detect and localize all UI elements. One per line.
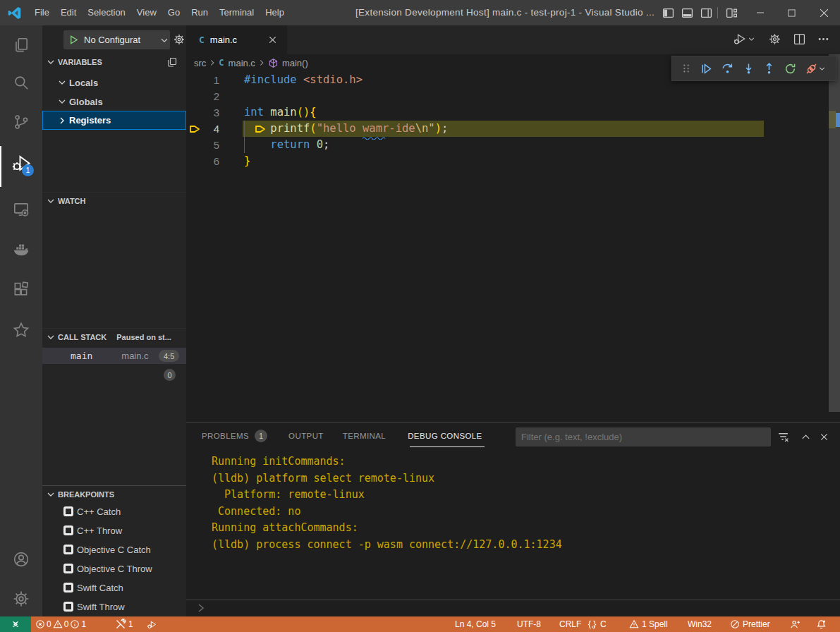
line-number: 3	[186, 104, 219, 121]
breadcrumb-src[interactable]: src	[194, 58, 206, 68]
toolbar-grip[interactable]	[681, 63, 691, 73]
step-out-icon[interactable]	[763, 63, 775, 75]
variables-item-globals[interactable]: Globals	[42, 94, 186, 109]
source-control-icon[interactable]	[0, 105, 42, 139]
variables-item-registers[interactable]: Registers	[42, 111, 186, 130]
call-stack-frame-row[interactable]: main main.c 4:5	[42, 348, 186, 364]
remote-explorer-icon[interactable]	[0, 193, 42, 226]
start-debug-icon[interactable]	[68, 35, 79, 45]
formatter-status[interactable]: Prettier	[726, 616, 774, 632]
ports-status[interactable]: 1	[111, 616, 137, 632]
symbol-method-icon	[268, 58, 279, 68]
code-token: "hello	[317, 122, 363, 135]
breakpoint-row[interactable]: C++ Catch	[42, 502, 186, 521]
menu-terminal[interactable]: Terminal	[214, 0, 260, 25]
breakpoint-row[interactable]: C++ Throw	[42, 521, 186, 540]
variables-section-header[interactable]: VARIABLES	[42, 54, 186, 70]
checkbox[interactable]	[63, 525, 73, 535]
split-editor-icon[interactable]	[793, 33, 805, 45]
menu-view[interactable]: View	[131, 0, 162, 25]
tab-main-c[interactable]: C main.c	[186, 25, 287, 54]
more-actions-icon[interactable]	[817, 33, 829, 45]
account-icon[interactable]	[0, 542, 42, 576]
tab-terminal[interactable]: TERMINAL	[343, 432, 386, 440]
feedback-icon[interactable]	[786, 616, 804, 632]
close-panel-icon[interactable]	[819, 432, 829, 442]
explorer-icon[interactable]	[0, 28, 42, 62]
breadcrumb-file[interactable]: main.c	[229, 58, 255, 68]
star-icon[interactable]	[0, 313, 42, 347]
run-or-debug-icon[interactable]	[733, 32, 756, 46]
console-input[interactable]	[210, 601, 831, 615]
console-filter-input[interactable]	[516, 427, 771, 446]
docker-icon[interactable]	[0, 232, 42, 266]
language-status[interactable]: C	[583, 616, 610, 632]
breakpoint-row[interactable]: Objective C Throw	[42, 559, 186, 578]
tab-debug-console[interactable]: DEBUG CONSOLE	[408, 432, 482, 440]
debug-toolbar	[671, 56, 836, 81]
checkbox[interactable]	[63, 564, 73, 573]
spell-status[interactable]: 1 Spell	[626, 616, 671, 632]
continue-icon[interactable]	[700, 63, 712, 75]
checkbox[interactable]	[63, 583, 73, 592]
menu-selection[interactable]: Selection	[82, 0, 130, 25]
chevron-down-icon	[747, 35, 756, 44]
breakpoints-section-header[interactable]: BREAKPOINTS	[42, 487, 186, 502]
menu-help[interactable]: Help	[260, 0, 290, 25]
debug-config-dropdown[interactable]: No Configurat	[63, 30, 170, 49]
tab-problems[interactable]: PROBLEMS	[202, 432, 249, 440]
remote-indicator[interactable]	[0, 616, 31, 632]
code-editor[interactable]: 1 2 3 4 5 6 #include <stdio.h> int main(…	[186, 71, 829, 422]
extensions-icon[interactable]	[0, 273, 42, 307]
checkbox[interactable]	[63, 545, 73, 554]
step-over-icon[interactable]	[722, 63, 734, 75]
copy-icon[interactable]	[166, 56, 178, 68]
encoding-status[interactable]: UTF-8	[513, 616, 544, 632]
chevron-down-icon	[45, 195, 56, 207]
line-col-status[interactable]: Ln 4, Col 5	[451, 616, 499, 632]
close-tab-icon[interactable]	[267, 35, 278, 45]
filter-icon[interactable]	[777, 431, 789, 443]
editor-scrollbar[interactable]	[829, 54, 840, 412]
breakpoint-row[interactable]: Swift Throw	[42, 597, 186, 616]
menu-file[interactable]: File	[29, 0, 55, 25]
platform-status[interactable]: Win32	[684, 616, 715, 632]
breakpoint-row[interactable]: Objective C Catch	[42, 540, 186, 559]
panel-tabs: PROBLEMS 1 OUTPUT TERMINAL DEBUG CONSOLE	[202, 430, 482, 442]
breakpoint-row[interactable]: Swift Catch	[42, 578, 186, 597]
debug-badge: 1	[22, 164, 34, 176]
editor-settings-gear-icon[interactable]	[768, 32, 781, 46]
section-divider	[42, 192, 186, 193]
error-count: 0	[47, 619, 51, 629]
debug-status-icon[interactable]	[143, 616, 161, 632]
notifications-bell-icon[interactable]	[812, 616, 830, 632]
breadcrumb-symbol[interactable]: main()	[282, 58, 308, 68]
line-number: 2	[186, 88, 219, 104]
customize-layout-icon[interactable]	[717, 0, 745, 25]
eol-status[interactable]: CRLF	[556, 616, 585, 632]
checkbox[interactable]	[63, 506, 73, 516]
minimize-button[interactable]	[745, 0, 776, 25]
chevron-right-icon	[207, 58, 217, 68]
toggle-secondary-sidebar-icon[interactable]	[692, 0, 720, 25]
disconnect-icon[interactable]	[805, 63, 827, 75]
checkbox[interactable]	[63, 602, 73, 612]
run-debug-icon[interactable]	[0, 146, 42, 180]
close-window-button[interactable]	[808, 0, 840, 25]
call-stack-section-header[interactable]: CALL STACK Paused on st...	[42, 329, 186, 345]
settings-gear-icon[interactable]	[0, 582, 42, 616]
menu-go[interactable]: Go	[162, 0, 185, 25]
tab-output[interactable]: OUTPUT	[288, 432, 324, 440]
menu-run[interactable]: Run	[185, 0, 214, 25]
watch-section-header[interactable]: WATCH	[42, 193, 186, 209]
problems-status[interactable]: 0 0 1	[32, 616, 90, 632]
maximize-button[interactable]	[776, 0, 807, 25]
restart-icon[interactable]	[784, 63, 796, 75]
menu-edit[interactable]: Edit	[55, 0, 82, 25]
collapse-panel-icon[interactable]	[801, 432, 811, 442]
step-into-icon[interactable]	[743, 63, 755, 75]
search-icon[interactable]	[0, 66, 42, 99]
ruler-cursor-marker	[836, 113, 840, 127]
debug-gear-icon[interactable]	[173, 33, 185, 46]
variables-item-locals[interactable]: Locals	[42, 75, 186, 90]
